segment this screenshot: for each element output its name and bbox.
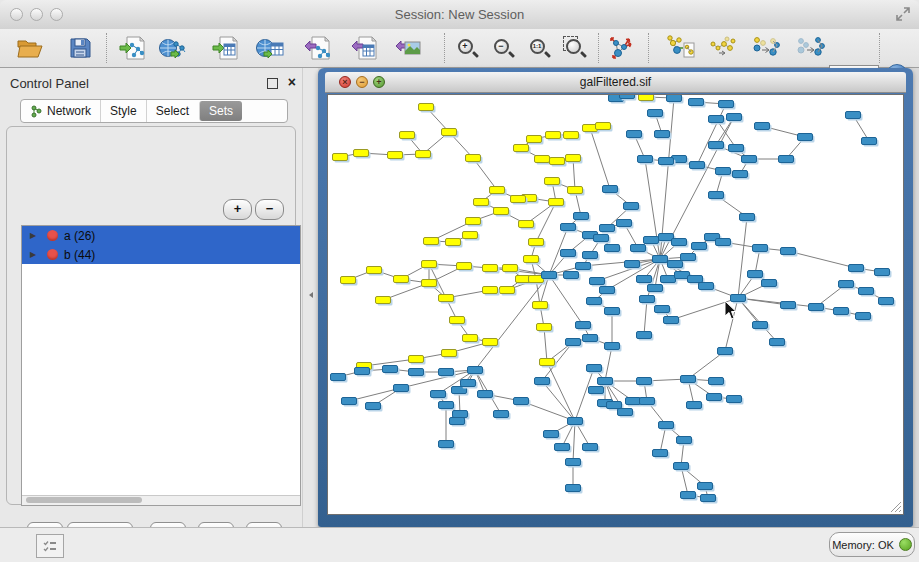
graph-node-yellow[interactable]	[450, 317, 465, 324]
graph-node-blue[interactable]	[755, 123, 770, 130]
graph-node-blue[interactable]	[689, 99, 704, 106]
graph-node-blue[interactable]	[834, 308, 849, 315]
graph-node-blue[interactable]	[839, 281, 854, 288]
graph-node-blue[interactable]	[383, 366, 398, 373]
graph-node-blue[interactable]	[681, 254, 696, 261]
graph-node-blue[interactable]	[605, 343, 620, 350]
zoom-actual-size-icon[interactable]: 1:1	[525, 34, 553, 62]
graph-node-yellow[interactable]	[529, 239, 544, 246]
graph-node-blue[interactable]	[740, 214, 755, 221]
graph-node-yellow[interactable]	[503, 265, 518, 272]
graph-node-blue[interactable]	[600, 287, 615, 294]
tab-style[interactable]: Style	[100, 100, 146, 122]
graph-node-blue[interactable]	[605, 308, 620, 315]
graph-node-blue[interactable]	[637, 276, 652, 283]
graph-node-yellow[interactable]	[466, 155, 481, 162]
graph-node-yellow[interactable]	[568, 187, 583, 194]
graph-node-yellow[interactable]	[540, 359, 555, 366]
tab-select[interactable]: Select	[146, 100, 198, 122]
graph-node-blue[interactable]	[879, 298, 894, 305]
export-image-icon[interactable]	[394, 34, 422, 62]
graph-node-blue[interactable]	[688, 276, 703, 283]
graph-node-blue[interactable]	[687, 402, 702, 409]
import-network-file-icon[interactable]	[118, 34, 146, 62]
graph-node-blue[interactable]	[439, 369, 454, 376]
graph-node-blue[interactable]	[659, 422, 674, 429]
graph-node-blue[interactable]	[727, 396, 742, 403]
graph-node-blue[interactable]	[856, 313, 871, 320]
graph-node-blue[interactable]	[727, 114, 742, 121]
graph-node-blue[interactable]	[677, 437, 692, 444]
graph-node-blue[interactable]	[701, 495, 716, 502]
graph-node-yellow[interactable]	[527, 136, 542, 143]
graph-node-blue[interactable]	[561, 224, 576, 231]
graph-node-blue[interactable]	[753, 245, 768, 252]
graph-node-blue[interactable]	[568, 418, 583, 425]
graph-node-blue[interactable]	[644, 237, 659, 244]
graph-node-blue[interactable]	[637, 332, 652, 339]
zoom-out-icon[interactable]: −	[489, 34, 517, 62]
select-first-neighbors-icon[interactable]	[708, 34, 736, 62]
graph-node-blue[interactable]	[439, 441, 454, 448]
graph-node-blue[interactable]	[648, 110, 663, 117]
graph-node-yellow[interactable]	[500, 287, 515, 294]
graph-node-blue[interactable]	[640, 296, 655, 303]
graph-node-blue[interactable]	[514, 398, 529, 405]
sets-list[interactable]: ▶a (26)▶b (44)	[21, 225, 301, 506]
graph-node-blue[interactable]	[450, 418, 465, 425]
graph-node-blue[interactable]	[707, 394, 722, 401]
graph-node-blue[interactable]	[627, 131, 642, 138]
graph-node-yellow[interactable]	[511, 196, 526, 203]
set-list-item[interactable]: ▶a (26)	[22, 226, 300, 245]
graph-node-yellow[interactable]	[388, 152, 403, 159]
graph-node-blue[interactable]	[583, 444, 598, 451]
graph-node-blue[interactable]	[809, 304, 824, 311]
zoom-fit-selection-icon[interactable]	[561, 34, 589, 62]
graph-node-yellow[interactable]	[463, 232, 478, 239]
graph-node-yellow[interactable]	[483, 287, 498, 294]
task-history-button[interactable]	[36, 534, 64, 558]
graph-node-blue[interactable]	[716, 168, 731, 175]
export-network-icon[interactable]	[303, 34, 331, 62]
graph-node-blue[interactable]	[587, 298, 602, 305]
float-panel-icon[interactable]	[267, 78, 278, 89]
graph-node-yellow[interactable]	[639, 95, 654, 101]
graph-node-yellow[interactable]	[550, 158, 565, 165]
graph-node-yellow[interactable]	[419, 104, 434, 111]
graph-node-blue[interactable]	[659, 158, 674, 165]
select-from-selection-icon[interactable]	[797, 34, 825, 62]
first-neighbors-new-network-icon[interactable]	[667, 34, 695, 62]
graph-node-blue[interactable]	[674, 463, 689, 470]
graph-node-blue[interactable]	[846, 112, 861, 119]
graph-node-blue[interactable]	[590, 278, 605, 285]
add-set-button[interactable]: +	[223, 199, 252, 220]
graph-node-blue[interactable]	[583, 252, 598, 259]
remove-set-button[interactable]: −	[255, 199, 284, 220]
graph-node-blue[interactable]	[617, 220, 632, 227]
import-table-file-icon[interactable]	[211, 34, 239, 62]
graph-node-yellow[interactable]	[442, 129, 457, 136]
graph-node-blue[interactable]	[690, 162, 705, 169]
memory-status[interactable]: Memory: OK	[829, 532, 915, 557]
graph-node-blue[interactable]	[594, 235, 609, 242]
graph-node-blue[interactable]	[753, 322, 768, 329]
tab-network[interactable]: Network	[21, 100, 100, 122]
graph-node-yellow[interactable]	[466, 218, 481, 225]
graph-node-yellow[interactable]	[519, 221, 534, 228]
graph-node-blue[interactable]	[664, 317, 679, 324]
graph-node-blue[interactable]	[681, 492, 696, 499]
graph-node-blue[interactable]	[692, 243, 707, 250]
resize-grip[interactable]	[889, 500, 901, 512]
graph-node-yellow[interactable]	[367, 267, 382, 274]
graph-node-blue[interactable]	[859, 288, 874, 295]
graph-node-yellow[interactable]	[439, 295, 454, 302]
expander-triangle-icon[interactable]: ▶	[30, 231, 39, 240]
graph-node-blue[interactable]	[542, 272, 557, 279]
graph-node-yellow[interactable]	[341, 277, 356, 284]
graph-node-blue[interactable]	[716, 239, 731, 246]
graph-node-yellow[interactable]	[545, 178, 560, 185]
graph-node-blue[interactable]	[394, 385, 409, 392]
graph-node-blue[interactable]	[620, 95, 635, 99]
network-window[interactable]: × − + galFiltered.sif	[318, 68, 913, 527]
graph-node-blue[interactable]	[453, 411, 468, 418]
